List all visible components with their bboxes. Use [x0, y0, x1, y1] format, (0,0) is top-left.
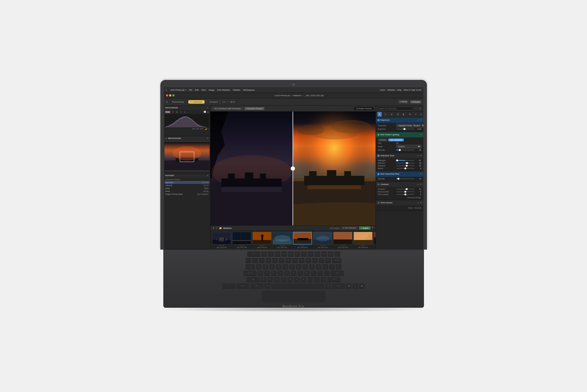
key-right[interactable]: ▶: [359, 283, 365, 289]
histogram-warn-icon[interactable]: ▲: [207, 111, 209, 113]
filmstrip-thumb-4[interactable]: ★★★★★ _MC_0920.CR2: [293, 232, 312, 248]
zoom-percent[interactable]: 38 %: [230, 101, 235, 103]
sort-icon[interactable]: ⇅: [213, 227, 214, 229]
no-corrections-button[interactable]: No Corrections (with Geometry): [213, 107, 243, 110]
movezoom-header[interactable]: ▼ MOVE/ZOOM ≡: [164, 136, 210, 140]
key-bracketl[interactable]: [: [322, 264, 328, 269]
key-backslash[interactable]: \: [336, 264, 342, 269]
key-left[interactable]: ◀: [346, 283, 352, 289]
history-item[interactable]: Mode Strong: [164, 190, 210, 193]
key-j[interactable]: J: [297, 271, 303, 276]
microcontrast-slider[interactable]: [396, 191, 414, 192]
star-icon[interactable]: ☆: [414, 107, 418, 110]
key-5[interactable]: 5: [279, 258, 285, 263]
history-item[interactable]: Mode Slight: [164, 187, 210, 190]
share-icon[interactable]: ⬆: [372, 226, 373, 230]
menubar-workspaces[interactable]: Workspaces: [243, 89, 255, 91]
histogram-header[interactable]: HISTOGRAM ≡: [164, 106, 210, 110]
key-3[interactable]: 3: [265, 258, 271, 263]
tc-reset-link[interactable]: Reset: [408, 207, 413, 209]
key-r[interactable]: R: [276, 264, 282, 269]
contrast-slider[interactable]: [396, 189, 414, 189]
sl-mode-dropdown[interactable]: Custom: [396, 145, 421, 148]
history-item[interactable]: Intensity +16 16: [164, 184, 210, 187]
menubar-edit[interactable]: Edit: [195, 89, 199, 91]
tool-palette[interactable]: ◐: [402, 112, 406, 117]
clearview-header[interactable]: DxO ClearView Plus ✕: [376, 171, 423, 177]
key-cmd-icon[interactable]: ⌘: [264, 283, 270, 289]
tool-exposure[interactable]: ☀: [377, 112, 382, 117]
key-option-r[interactable]: option: [332, 283, 345, 289]
cv-intensity-slider[interactable]: [396, 178, 414, 179]
key-delete[interactable]: delete: [332, 258, 342, 263]
history-menu-icon[interactable]: ≡: [207, 174, 209, 177]
key-f6[interactable]: F6: [294, 251, 300, 257]
key-8[interactable]: 8: [299, 258, 305, 263]
key-f[interactable]: F: [277, 271, 283, 276]
export-button[interactable]: ↑ Export: [359, 226, 370, 230]
minimize-button[interactable]: [169, 94, 171, 96]
exposure-close-icon[interactable]: ✕: [420, 119, 422, 121]
key-down[interactable]: ▼: [352, 286, 358, 289]
key-o[interactable]: O: [309, 264, 315, 269]
hist-l[interactable]: L: [184, 111, 186, 113]
key-d[interactable]: D: [271, 271, 277, 276]
tool-history[interactable]: ↻: [383, 112, 388, 117]
key-e[interactable]: E: [269, 264, 275, 269]
reset-button[interactable]: ↩ Reset: [398, 100, 409, 103]
key-tab[interactable]: tab: [245, 264, 255, 269]
key-f11[interactable]: F11: [328, 251, 334, 257]
key-comma[interactable]: ,: [307, 277, 313, 282]
key-a[interactable]: A: [257, 271, 263, 276]
tool-pen[interactable]: ✏: [414, 112, 418, 117]
st-close-icon[interactable]: ✕: [420, 154, 422, 157]
thumbnail-preview[interactable]: [164, 141, 210, 171]
key-f2[interactable]: F2: [268, 251, 274, 257]
menubar-file[interactable]: File: [189, 89, 192, 91]
key-semicolon[interactable]: ;: [317, 271, 323, 276]
key-f1[interactable]: F1: [261, 251, 267, 257]
history-header[interactable]: HISTORY ≡: [164, 174, 210, 178]
key-y[interactable]: Y: [289, 264, 295, 269]
tc-close-icon[interactable]: ✕: [420, 201, 422, 204]
key-q[interactable]: Q: [256, 264, 262, 269]
menubar-window[interactable]: Window: [387, 89, 395, 91]
search-input[interactable]: [377, 107, 413, 110]
filmstrip-thumb-0[interactable]: ★★★★★ _MG_0112.CR2: [212, 232, 231, 248]
key-x[interactable]: X: [267, 277, 273, 282]
nik-collection-button[interactable]: ⊛ Nik Collection: [341, 226, 358, 230]
contrast-close-icon[interactable]: ✕: [420, 183, 422, 186]
key-2[interactable]: 2: [259, 258, 265, 263]
tab-photo-library[interactable]: PhotoLibrary: [170, 100, 186, 104]
key-g[interactable]: G: [284, 271, 290, 276]
smart-lighting-header[interactable]: DxO Smart Lighting ✕: [376, 132, 423, 137]
key-n[interactable]: N: [294, 277, 300, 282]
key-4[interactable]: 4: [272, 258, 278, 263]
key-6[interactable]: 6: [285, 258, 291, 263]
exposure-slider[interactable]: [396, 129, 414, 129]
tone-curves-header[interactable]: Tone Curves ↕1 ✕: [376, 200, 423, 205]
menubar-help[interactable]: Help: [397, 89, 401, 91]
shadows-slider[interactable]: [396, 165, 414, 166]
tool-layers[interactable]: ⊞: [396, 112, 400, 117]
key-minus[interactable]: -: [319, 258, 324, 263]
key-equals[interactable]: =: [325, 258, 331, 263]
midtones-slider[interactable]: [396, 163, 414, 163]
key-p[interactable]: P: [316, 264, 322, 269]
key-z[interactable]: Z: [261, 277, 267, 282]
blacks-slider[interactable]: [396, 168, 414, 169]
key-period[interactable]: .: [314, 277, 320, 282]
apple-menu[interactable]: : [166, 88, 167, 91]
key-f10[interactable]: F10: [321, 251, 327, 257]
key-option[interactable]: option: [250, 283, 264, 289]
key-f3[interactable]: F3: [274, 251, 280, 257]
key-v[interactable]: V: [281, 277, 286, 282]
key-f9[interactable]: F9: [314, 251, 320, 257]
key-fn[interactable]: fn: [222, 283, 235, 289]
menubar-app-name[interactable]: DxO PhotoLab 7: [170, 89, 186, 91]
key-backtick[interactable]: [245, 258, 251, 263]
key-l[interactable]: L: [311, 271, 317, 276]
trackpad[interactable]: [262, 291, 326, 302]
highlights-slider[interactable]: [396, 160, 414, 161]
filmstrip-thumb-1[interactable]: ★★★★★ _MG_0117.CR2: [232, 232, 251, 248]
